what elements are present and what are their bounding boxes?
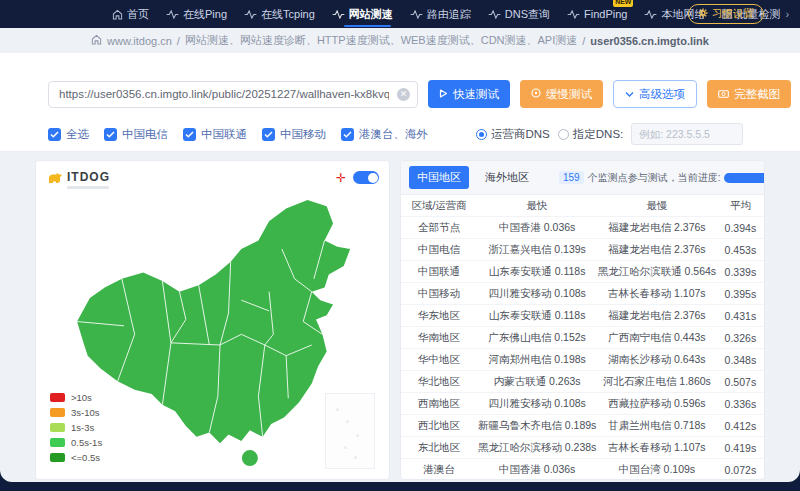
table-row: 全部节点中国香港 0.036s福建龙岩电信 2.376s0.394s: [401, 217, 764, 239]
table-cell: 西藏拉萨移动 0.596s: [597, 397, 717, 411]
nav-item-label: 在线Tcping: [261, 7, 315, 22]
table-cell: 0.453s: [717, 244, 764, 256]
nav-item-FindPing[interactable]: FindPingNEW: [567, 0, 627, 28]
table-cell: 中国台湾 0.109s: [597, 463, 717, 477]
table-cell: 湖南长沙移动 0.643s: [597, 353, 717, 367]
legend-item: >10s: [50, 392, 102, 403]
monitor-info: 159 个监测点参与测试，当前进度: 100%: [559, 171, 765, 185]
table-cell: 四川雅安移动 0.108s: [477, 397, 597, 411]
legend-swatch: [50, 423, 65, 432]
settings-button[interactable]: 习惯设置: [688, 4, 764, 24]
marker-icon[interactable]: ✛: [336, 172, 346, 184]
checkbox-中国移动[interactable]: 中国移动: [262, 127, 326, 142]
clear-input-icon[interactable]: ✕: [397, 88, 410, 101]
table-cell: 西南地区: [401, 397, 477, 411]
table-cell: 华北地区: [401, 375, 477, 389]
legend-item: 0.5s-1s: [50, 437, 102, 448]
table-cell: 西北地区: [401, 419, 477, 433]
checkbox-label: 全选: [66, 127, 89, 142]
legend-label: 1s-3s: [71, 422, 94, 433]
breadcrumb-sep: /: [177, 35, 180, 47]
nav-item-label: 首页: [127, 7, 149, 22]
tab-overseas-region[interactable]: 海外地区: [477, 166, 537, 189]
slow-test-button[interactable]: 缓慢测试: [520, 80, 603, 108]
table-cell: 四川雅安移动 0.108s: [477, 287, 597, 301]
table-cell: 黑龙江哈尔滨移动 0.238s: [477, 441, 597, 455]
activity-icon: [488, 10, 501, 19]
progress-bar: 100%: [724, 173, 765, 183]
table-header-cell: 最快: [477, 199, 597, 213]
table-cell: 东北地区: [401, 441, 477, 455]
table-cell: 中国电信: [401, 243, 477, 257]
nav-item-首页[interactable]: 首页: [112, 0, 149, 28]
play-icon: [439, 88, 448, 100]
table-cell: 0.507s: [717, 376, 764, 388]
search-section: ✕ 快速测试 缓慢测试 高级选项 完整截图 全选中国电信中国联通中国移动港澳台、…: [0, 53, 800, 152]
checkbox-checked-icon: [104, 128, 117, 141]
table-row: 西南地区四川雅安移动 0.108s西藏拉萨移动 0.596s0.336s: [401, 393, 764, 415]
nav-item-DNS查询[interactable]: DNS查询: [488, 0, 550, 28]
radio-custom-dns-label: 指定DNS:: [573, 127, 623, 142]
table-cell: 中国香港 0.036s: [477, 463, 597, 477]
table-cell: 0.326s: [717, 332, 764, 344]
table-cell: 华东地区: [401, 309, 477, 323]
checkbox-中国电信[interactable]: 中国电信: [104, 127, 168, 142]
activity-icon: [166, 10, 179, 19]
checkbox-label: 中国移动: [280, 127, 326, 142]
nav-item-网站测速[interactable]: 网站测速: [332, 0, 393, 28]
radio-custom-dns[interactable]: 指定DNS:: [558, 127, 623, 142]
map-card: ITDOG ✛: [35, 160, 390, 480]
nav-item-label: 网站测速: [349, 7, 393, 22]
checkbox-checked-icon: [262, 128, 275, 141]
advanced-options-button[interactable]: 高级选项: [613, 80, 697, 108]
checkbox-checked-icon: [183, 128, 196, 141]
table-cell: 中国联通: [401, 265, 477, 279]
radio-carrier-dns[interactable]: 运营商DNS: [476, 127, 550, 142]
activity-icon: [332, 10, 345, 19]
nav-item-在线Tcping[interactable]: 在线Tcping: [244, 0, 315, 28]
checkbox-港澳台、海外[interactable]: 港澳台、海外: [341, 127, 428, 142]
south-sea-inset: [325, 393, 375, 469]
table-cell: 0.072s: [717, 464, 764, 476]
table-cell: 山东泰安联通 0.118s: [477, 309, 597, 323]
home-icon: [112, 9, 123, 20]
table-cell: 山东泰安联通 0.118s: [477, 265, 597, 279]
breadcrumb-site[interactable]: www.itdog.cn: [107, 35, 172, 47]
result-header: 中国地区 海外地区 159 个监测点参与测试，当前进度: 100%: [401, 161, 764, 195]
result-card: 中国地区 海外地区 159 个监测点参与测试，当前进度: 100% 区域/运营商…: [400, 160, 765, 480]
table-row: 中国联通山东泰安联通 0.118s黑龙江哈尔滨联通 0.564s0.339s: [401, 261, 764, 283]
map-tools: ✛: [336, 171, 379, 184]
table-cell: 河北石家庄电信 1.860s: [597, 375, 717, 389]
checkbox-中国联通[interactable]: 中国联通: [183, 127, 247, 142]
table-row: 港澳台中国香港 0.036s中国台湾 0.109s0.072s: [401, 459, 764, 480]
progress-label: 100%: [724, 173, 765, 183]
table-cell: 新疆乌鲁木齐电信 0.189s: [477, 419, 597, 433]
nav-item-在线Ping[interactable]: 在线Ping: [166, 0, 227, 28]
legend-swatch: [50, 408, 65, 417]
settings-label: 习惯设置: [712, 7, 754, 21]
table-row: 华南地区广东佛山电信 0.152s广西南宁电信 0.443s0.326s: [401, 327, 764, 349]
camera-icon: [718, 88, 729, 100]
activity-icon: [244, 10, 257, 19]
url-input[interactable]: [48, 81, 418, 108]
table-row: 中国电信浙江嘉兴电信 0.139s福建龙岩电信 2.376s0.453s: [401, 239, 764, 261]
full-screenshot-button[interactable]: 完整截图: [707, 80, 791, 108]
table-header-cell: 平均: [717, 199, 764, 213]
nav-item-路由追踪[interactable]: 路由追踪: [410, 0, 471, 28]
monitor-count-badge: 159: [559, 171, 584, 184]
checkbox-label: 中国电信: [122, 127, 168, 142]
map-view-toggle[interactable]: [353, 171, 379, 184]
quick-test-button[interactable]: 快速测试: [428, 80, 510, 108]
tab-china-region[interactable]: 中国地区: [409, 166, 469, 189]
chevron-right-icon: ›: [785, 8, 789, 20]
map-legend: >10s3s-10s1s-3s0.5s-1s<=0.5s: [50, 392, 102, 463]
chevron-down-icon: [625, 88, 634, 100]
activity-icon: [410, 10, 423, 19]
dns-input[interactable]: [631, 123, 743, 145]
checkbox-全选[interactable]: 全选: [48, 127, 89, 142]
breadcrumb-current: user0356.cn.imgto.link: [590, 35, 709, 47]
table-header-cell: 区域/运营商: [401, 199, 477, 213]
breadcrumb-page[interactable]: 网站测速、网站速度诊断、HTTP速度测试、WEB速度测试、CDN测速、API测速: [185, 33, 577, 48]
table-cell: 广西南宁电信 0.443s: [597, 331, 717, 345]
table-cell: 0.412s: [717, 420, 764, 432]
